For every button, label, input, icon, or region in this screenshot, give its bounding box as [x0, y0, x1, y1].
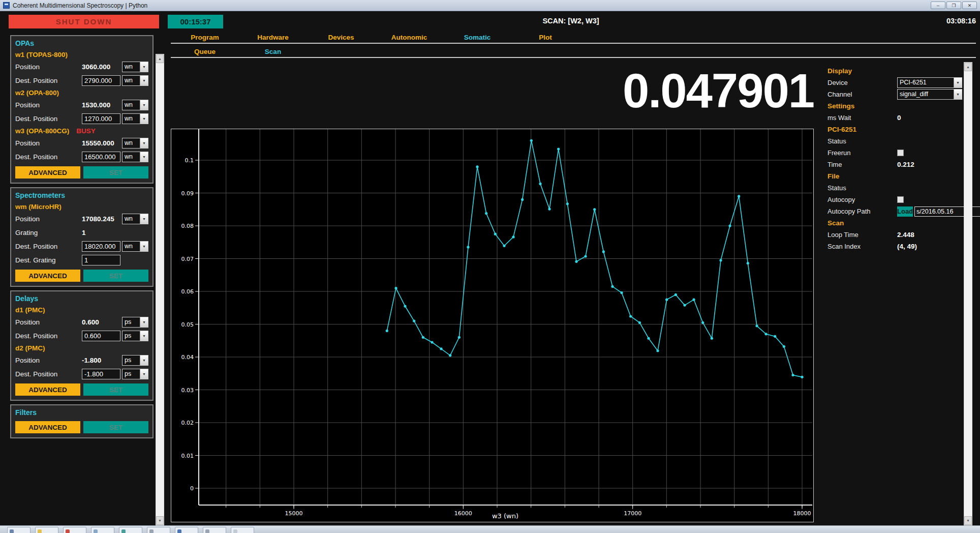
scroll-down-icon[interactable]: ▼	[156, 516, 164, 525]
svg-text:0.08: 0.08	[181, 223, 194, 229]
tab-program[interactable]: Program	[171, 34, 239, 41]
d2-dest-units-combo[interactable]: ps	[122, 369, 148, 379]
d1-units-combo[interactable]: ps	[122, 317, 148, 328]
d1-dest-row: Dest. Position ps	[15, 329, 148, 343]
delays-set-button[interactable]: SET	[83, 383, 148, 396]
w1-dest-input[interactable]	[82, 75, 120, 86]
chevron-down-icon[interactable]	[140, 152, 148, 162]
units-value: ps	[122, 369, 140, 379]
tab-somatic[interactable]: Somatic	[443, 34, 511, 41]
spectrometers-set-button[interactable]: SET	[83, 270, 148, 282]
tab-scan[interactable]: Scan	[239, 48, 307, 55]
w1-dest-units-combo[interactable]: wn	[122, 75, 148, 86]
taskbar-app-4[interactable]	[91, 527, 114, 533]
signal-chart: 00.010.020.030.040.050.060.070.080.090.1…	[171, 129, 813, 522]
dest-position-label: Dest. Position	[15, 243, 82, 250]
hardware-sidebar: OPAs w1 (TOPAS-800) Position 3060.000 wn…	[10, 35, 154, 442]
chevron-down-icon[interactable]	[140, 100, 148, 110]
dest-position-label: Dest. Position	[15, 115, 82, 123]
w2-units-combo[interactable]: wn	[122, 100, 148, 110]
scroll-down-icon[interactable]: ▼	[964, 516, 972, 525]
chevron-down-icon[interactable]	[954, 78, 962, 87]
taskbar-app-2[interactable]	[35, 527, 58, 533]
taskbar-app-8[interactable]	[203, 527, 226, 533]
sub-tab-divider	[171, 57, 976, 58]
pci-section-title: PCI-6251	[828, 124, 964, 135]
loop-time-value: 2.448	[897, 231, 914, 239]
position-label: Position	[15, 63, 82, 71]
shutdown-button[interactable]: SHUT DOWN	[9, 15, 159, 28]
chevron-down-icon[interactable]	[140, 138, 148, 148]
opas-set-button[interactable]: SET	[83, 166, 148, 179]
taskbar-app-6[interactable]	[147, 527, 170, 533]
w2-dest-input[interactable]	[82, 113, 120, 124]
wm-dest-grating-input[interactable]	[82, 255, 120, 265]
taskbar-app-9[interactable]	[231, 527, 254, 533]
minimize-button[interactable]: –	[931, 2, 945, 9]
tab-autonomic[interactable]: Autonomic	[375, 34, 443, 41]
tab-devices[interactable]: Devices	[307, 34, 375, 41]
main-scrollbar[interactable]: ▲ ▼	[964, 62, 972, 525]
channel-value: signal_diff	[898, 90, 954, 99]
device-combo[interactable]: PCI-6251	[897, 77, 962, 88]
ms-wait-row: ms Wait 0	[828, 112, 964, 124]
taskbar-app-5[interactable]	[119, 527, 142, 533]
chevron-down-icon[interactable]	[140, 62, 148, 72]
w2-dest-units-combo[interactable]: wn	[122, 113, 148, 124]
close-button[interactable]: ✕	[962, 2, 977, 9]
wm-dest-units-combo[interactable]: wn	[122, 241, 148, 252]
dest-position-label: Dest. Position	[15, 370, 82, 378]
chevron-down-icon[interactable]	[140, 331, 148, 341]
d1-dest-units-combo[interactable]: ps	[122, 331, 148, 341]
w1-units-combo[interactable]: wn	[122, 62, 148, 72]
wm-units-combo[interactable]: wn	[122, 214, 148, 224]
w3-dest-units-combo[interactable]: wn	[122, 152, 148, 162]
wm-dest-input[interactable]	[82, 241, 120, 252]
chevron-down-icon[interactable]	[954, 90, 962, 99]
autocopy-checkbox[interactable]	[897, 196, 904, 203]
load-button[interactable]: Load	[897, 206, 913, 217]
chevron-down-icon[interactable]	[140, 114, 148, 124]
w3-units-combo[interactable]: wn	[122, 138, 148, 149]
delay-d2-name-text: d2 (PMC)	[15, 344, 45, 352]
taskbar-app-1[interactable]	[7, 527, 30, 533]
spectrometers-advanced-button[interactable]: ADVANCED	[15, 270, 80, 282]
filters-set-button[interactable]: SET	[83, 421, 148, 433]
maximize-button[interactable]: ❐	[946, 2, 961, 9]
tab-queue[interactable]: Queue	[171, 48, 239, 55]
taskbar-app-7[interactable]	[175, 527, 198, 533]
d2-dest-input[interactable]	[82, 369, 120, 379]
wm-dest-grating-row: Dest. Grating	[15, 253, 148, 267]
scroll-up-icon[interactable]: ▲	[156, 54, 164, 63]
chevron-down-icon[interactable]	[140, 356, 148, 365]
d2-units-combo[interactable]: ps	[122, 355, 148, 366]
opas-advanced-button[interactable]: ADVANCED	[15, 166, 80, 179]
sidebar-scrollbar[interactable]: ▲ ▼	[156, 54, 164, 525]
tab-hardware[interactable]: Hardware	[239, 34, 307, 41]
file-section-title: File	[828, 170, 964, 182]
chevron-down-icon[interactable]	[140, 317, 148, 327]
filters-advanced-button[interactable]: ADVANCED	[15, 421, 80, 433]
chevron-down-icon[interactable]	[140, 76, 148, 85]
delays-advanced-button[interactable]: ADVANCED	[15, 383, 80, 396]
spectrometers-title: Spectrometers	[15, 191, 148, 201]
channel-combo[interactable]: signal_diff	[897, 89, 962, 100]
dest-position-label: Dest. Position	[15, 77, 82, 84]
chevron-down-icon[interactable]	[140, 369, 148, 379]
app-icon	[38, 529, 42, 533]
scroll-up-icon[interactable]: ▲	[964, 63, 972, 71]
w3-dest-input[interactable]	[82, 152, 120, 162]
d2-position-value: -1.800	[82, 357, 120, 364]
display-section-title: Display	[828, 65, 964, 77]
tab-plot[interactable]: Plot	[511, 34, 579, 41]
w1-dest-row: Dest. Position wn	[15, 74, 148, 87]
delays-panel: Delays d1 (PMC) Position 0.600 ps Dest. …	[10, 290, 154, 401]
taskbar-app-3[interactable]	[63, 527, 86, 533]
d1-dest-input[interactable]	[82, 331, 120, 341]
chevron-down-icon[interactable]	[140, 242, 148, 251]
freerun-checkbox[interactable]	[897, 150, 904, 156]
chevron-down-icon[interactable]	[140, 214, 148, 224]
svg-text:18000: 18000	[793, 510, 811, 517]
wm-grating-row: Grating 1	[15, 226, 148, 240]
app-icon	[177, 529, 181, 533]
